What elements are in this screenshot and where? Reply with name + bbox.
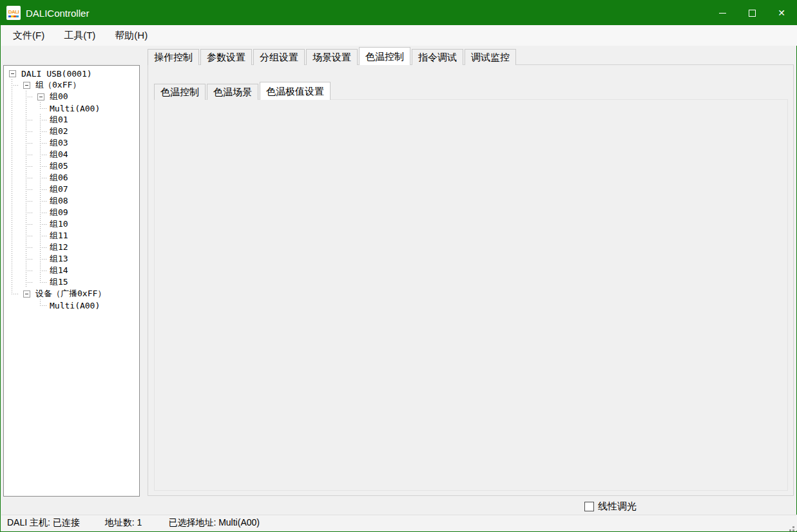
- main-tabstrip: 操作控制 参数设置 分组设置 场景设置 色温控制 指令调试 调试监控: [148, 47, 517, 65]
- tree-expand-box[interactable]: [34, 91, 48, 102]
- linear-dimming-checkbox[interactable]: [584, 502, 594, 511]
- tree-item-group10[interactable]: 组10: [5, 218, 139, 230]
- minimize-button[interactable]: [707, 1, 737, 25]
- titlebar: DALI DALIController ✕: [1, 1, 796, 25]
- tree-item-group00[interactable]: 组00: [5, 91, 139, 102]
- linear-dimming-option[interactable]: 线性调光: [584, 500, 637, 513]
- tab-operation-control[interactable]: 操作控制: [148, 49, 199, 65]
- tree-item-dali-usb[interactable]: DALI USB(0001): [5, 68, 139, 79]
- maximize-icon: [749, 10, 756, 17]
- app-icon-colorbar: [8, 15, 19, 17]
- minimize-icon: [719, 13, 726, 14]
- collapse-icon: [9, 70, 16, 77]
- subtabstrip: 色温控制 色温场景 色温极值设置: [154, 82, 332, 100]
- tree-expand-box[interactable]: [19, 288, 34, 299]
- footer-strip: 线性调光: [1, 497, 797, 516]
- tree-expand-box[interactable]: [5, 68, 19, 79]
- status-selected-address: 已选择地址: Multi(A00): [168, 517, 260, 529]
- tree-item-group03[interactable]: 组03: [5, 137, 139, 149]
- tree-item-group01[interactable]: 组01: [5, 114, 139, 126]
- subtab-page: [154, 99, 788, 491]
- status-host-connection: DALI 主机: 已连接: [7, 517, 80, 529]
- tree-item-device-multi-a00[interactable]: Multi(A00): [5, 299, 139, 311]
- close-button[interactable]: ✕: [767, 1, 796, 25]
- menubar: 文件(F) 工具(T) 帮助(H): [1, 25, 797, 46]
- resize-grip[interactable]: [792, 526, 794, 528]
- tab-color-temperature-control[interactable]: 色温控制: [359, 47, 410, 65]
- tree-item-group05[interactable]: 组05: [5, 160, 139, 172]
- app-window: DALI DALIController ✕ 文件(F) 工具(T) 帮助(H) …: [0, 0, 797, 532]
- collapse-icon: [37, 93, 44, 100]
- device-tree-panel: DALI USB(0001) 组（0xFF） 组00 Multi(A00) 组0…: [3, 65, 140, 497]
- tree-item-group11[interactable]: 组11: [5, 230, 139, 242]
- tree-item-group02[interactable]: 组02: [5, 126, 139, 137]
- tree-item-group06[interactable]: 组06: [5, 172, 139, 184]
- tree-item-group12[interactable]: 组12: [5, 242, 139, 253]
- tree-item-group14[interactable]: 组14: [5, 265, 139, 276]
- subtab-color-temp-limits[interactable]: 色温极值设置: [260, 82, 331, 100]
- tree-item-multi-a00[interactable]: Multi(A00): [5, 102, 139, 114]
- app-icon: DALI: [6, 6, 21, 20]
- collapse-icon: [23, 82, 30, 89]
- tab-grouping-settings[interactable]: 分组设置: [253, 49, 305, 65]
- tab-debug-monitor[interactable]: 调试监控: [465, 49, 516, 65]
- app-icon-text: DALI: [8, 9, 19, 15]
- maximize-button[interactable]: [737, 1, 767, 25]
- window-title: DALIController: [26, 8, 89, 19]
- window-controls: ✕: [707, 1, 796, 25]
- statusbar: DALI 主机: 已连接 地址数: 1 已选择地址: Multi(A00): [1, 515, 797, 531]
- tree-item-group13[interactable]: 组13: [5, 253, 139, 265]
- tree-item-group07[interactable]: 组07: [5, 184, 139, 195]
- tree-expand-box[interactable]: [19, 79, 34, 91]
- subtab-color-temp-control[interactable]: 色温控制: [154, 84, 206, 100]
- tree-item-device-broadcast[interactable]: 设备（广播0xFF）: [5, 288, 139, 299]
- status-address-count: 地址数: 1: [105, 517, 142, 529]
- tree-item-group09[interactable]: 组09: [5, 207, 139, 218]
- menu-file[interactable]: 文件(F): [5, 26, 52, 45]
- close-icon: ✕: [778, 8, 785, 17]
- tree-item-group-all[interactable]: 组（0xFF）: [5, 79, 139, 91]
- subtab-color-temp-scene[interactable]: 色温场景: [207, 84, 258, 100]
- tab-parameter-settings[interactable]: 参数设置: [200, 49, 252, 65]
- tree-item-group15[interactable]: 组15: [5, 276, 139, 288]
- tree-item-group08[interactable]: 组08: [5, 195, 139, 207]
- tab-command-debug[interactable]: 指令调试: [412, 49, 463, 65]
- linear-dimming-label: 线性调光: [598, 500, 637, 513]
- menu-tools[interactable]: 工具(T): [56, 26, 103, 45]
- menu-help[interactable]: 帮助(H): [107, 26, 155, 45]
- collapse-icon: [23, 290, 30, 298]
- tab-scene-settings[interactable]: 场景设置: [306, 49, 358, 65]
- tree-item-group04[interactable]: 组04: [5, 149, 139, 160]
